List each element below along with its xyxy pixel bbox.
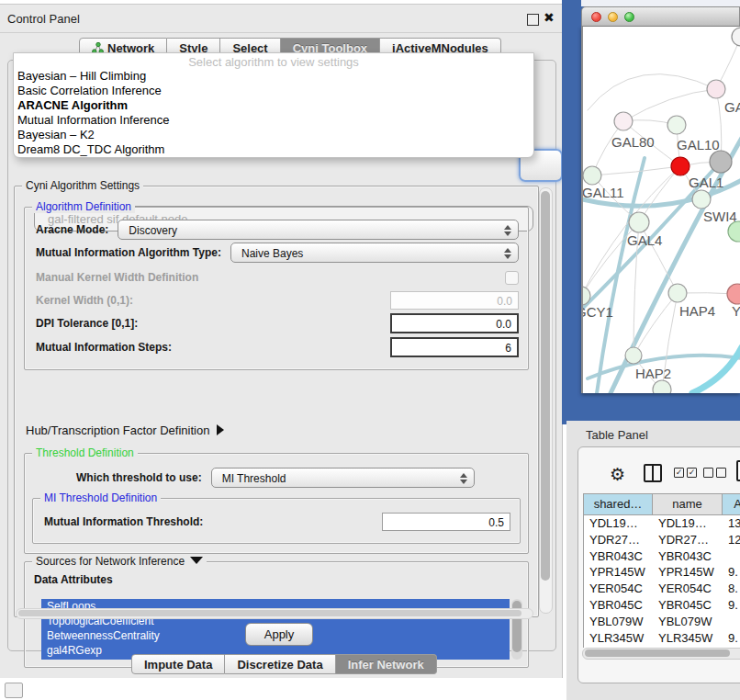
network-edge[interactable]: [623, 89, 716, 121]
column-header-name[interactable]: name: [653, 494, 723, 515]
column-header-shared-name[interactable]: shared…: [584, 494, 653, 515]
table-row[interactable]: YLR345WYLR345W9.: [584, 630, 740, 647]
network-node-gal11[interactable]: [583, 166, 601, 185]
table-cell[interactable]: YBL079W: [584, 614, 653, 630]
tab-infer-network[interactable]: Infer Network: [336, 654, 437, 674]
kernel-width-field[interactable]: 0.0: [390, 291, 519, 310]
network-node-gal1[interactable]: [671, 157, 690, 175]
table-row[interactable]: YPR145WYPR145W9.: [584, 564, 740, 581]
settings-vertical-scrollbar[interactable]: [539, 187, 553, 614]
float-panel-icon[interactable]: [527, 14, 539, 26]
table-cell[interactable]: YER054C: [584, 581, 653, 597]
table-horizontal-scrollbar[interactable]: [582, 648, 740, 660]
which-threshold-combo[interactable]: MI Threshold: [211, 468, 475, 488]
table-cell[interactable]: YBL079W: [653, 614, 723, 630]
algorithm-definition-group: Algorithm Definition Aracne Mode: Discov…: [24, 207, 529, 370]
table-cell[interactable]: YPR145W: [653, 564, 723, 581]
table-cell[interactable]: YDL19…: [653, 515, 723, 532]
dropdown-item[interactable]: Mutual Information Inference: [14, 113, 533, 128]
mi-threshold-field[interactable]: 0.5: [382, 513, 510, 531]
dropdown-item[interactable]: Dream8 DC_TDC Algorithm: [14, 142, 533, 157]
table-cell[interactable]: YBR045C: [653, 597, 723, 614]
scrollbar-thumb[interactable]: [18, 610, 521, 616]
group-title: Threshold Definition: [32, 446, 138, 459]
table-cell[interactable]: [723, 614, 740, 630]
table-row[interactable]: YBR043CYBR043C: [584, 548, 740, 565]
checkbox-unchecked-icon[interactable]: [703, 468, 713, 478]
checkbox-checked-icon[interactable]: ✓: [674, 468, 684, 478]
aracne-mode-combo[interactable]: Discovery: [118, 220, 519, 240]
collapsed-panel-button[interactable]: [5, 683, 23, 698]
table-cell[interactable]: YLR345W: [653, 630, 723, 647]
apply-button[interactable]: Apply: [245, 623, 313, 646]
column-header-partial[interactable]: A: [723, 494, 740, 515]
table-cell[interactable]: YBR043C: [584, 548, 653, 565]
dropdown-item[interactable]: Basic Correlation Inference: [14, 84, 533, 98]
network-window-titlebar[interactable]: [581, 6, 740, 27]
network-node-swi4[interactable]: [728, 221, 740, 242]
minimize-window-icon[interactable]: [608, 12, 618, 22]
table-row[interactable]: YDR27…YDR27…12: [584, 532, 740, 548]
table-cell[interactable]: 9.: [723, 597, 740, 614]
network-node-gal4[interactable]: [629, 212, 649, 232]
table-cell[interactable]: 12: [723, 532, 740, 548]
table-cell[interactable]: YBR043C: [653, 548, 723, 565]
gear-icon[interactable]: ⚙: [610, 464, 625, 485]
table-cell[interactable]: 9.: [723, 630, 740, 647]
table-cell[interactable]: 13: [723, 515, 740, 532]
algorithm-dropdown-list: Select algorithm to view settings Bayesi…: [13, 52, 534, 158]
new-table-icon[interactable]: [736, 460, 740, 481]
tab-discretize-data[interactable]: Discretize Data: [225, 654, 335, 674]
network-edge[interactable]: [592, 166, 680, 175]
network-node[interactable]: [710, 151, 732, 173]
scrollbar-thumb[interactable]: [585, 649, 730, 657]
scrollbar-thumb[interactable]: [541, 191, 550, 581]
mi-steps-field[interactable]: 6: [390, 337, 519, 357]
network-node-hap4[interactable]: [668, 284, 687, 302]
manual-kernel-width-checkbox[interactable]: [505, 271, 519, 285]
table-cell[interactable]: YPR145W: [584, 564, 653, 581]
close-window-icon[interactable]: [591, 12, 601, 22]
network-node-gal80[interactable]: [614, 112, 633, 130]
network-node[interactable]: [653, 380, 671, 393]
table-cell[interactable]: YDL19…: [584, 515, 653, 532]
checkbox-unchecked-icon[interactable]: [716, 468, 726, 478]
mi-algorithm-type-combo[interactable]: Naive Bayes: [230, 243, 519, 263]
dpi-tolerance-field[interactable]: 0.0: [390, 313, 519, 333]
table-row[interactable]: YDL19…YDL19…13: [584, 515, 740, 532]
hub-definition-toggle[interactable]: Hub/Transcription Factor Definition: [26, 423, 224, 437]
columns-icon[interactable]: [644, 464, 662, 482]
table-cell[interactable]: YLR345W: [584, 630, 653, 647]
table-cell[interactable]: [723, 548, 740, 565]
network-node[interactable]: [692, 190, 711, 209]
table-cell[interactable]: YDR27…: [653, 532, 723, 548]
network-node-hap2[interactable]: [625, 347, 642, 364]
network-node-gal10[interactable]: [667, 116, 686, 134]
divider: [0, 32, 562, 33]
table-cell[interactable]: YDR27…: [584, 532, 653, 548]
network-node[interactable]: [732, 28, 740, 46]
network-node-gal[interactable]: [707, 80, 725, 98]
tab-impute-data[interactable]: Impute Data: [131, 654, 225, 674]
table-cell[interactable]: YER054C: [653, 581, 723, 597]
settings-horizontal-scrollbar[interactable]: [16, 608, 533, 619]
network-node-y[interactable]: [727, 284, 740, 304]
table-row[interactable]: YBL079WYBL079W: [584, 614, 740, 630]
dropdown-item[interactable]: Bayesian – Hill Climbing: [14, 69, 533, 84]
checkbox-checked-icon[interactable]: ✓: [687, 468, 697, 478]
zoom-window-icon[interactable]: [624, 12, 634, 22]
aracne-mode-label: Aracne Mode:: [36, 223, 108, 236]
table-cell[interactable]: 9.: [723, 564, 740, 581]
node-table[interactable]: shared… name A YDL19…YDL19…13YDR27…YDR27…: [583, 493, 740, 648]
tab-label: Discretize Data: [237, 658, 322, 672]
tab-label: Impute Data: [144, 658, 212, 672]
table-cell[interactable]: YBR045C: [584, 597, 653, 614]
network-canvas[interactable]: GALGAL80GAL10GAL1SWI4GAL11GAL4GCY1HAP4YH…: [581, 27, 740, 393]
table-row[interactable]: YBR045CYBR045C9.: [584, 597, 740, 614]
table-cell[interactable]: 8.: [723, 581, 740, 597]
threshold-definition-group: Threshold Definition Which threshold to …: [24, 453, 529, 554]
close-panel-icon[interactable]: ✖: [544, 10, 555, 25]
dropdown-item[interactable]: ARACNE Algorithm: [14, 98, 533, 113]
table-row[interactable]: YER054CYER054C8.: [584, 581, 740, 597]
dropdown-item[interactable]: Bayesian – K2: [14, 128, 533, 142]
